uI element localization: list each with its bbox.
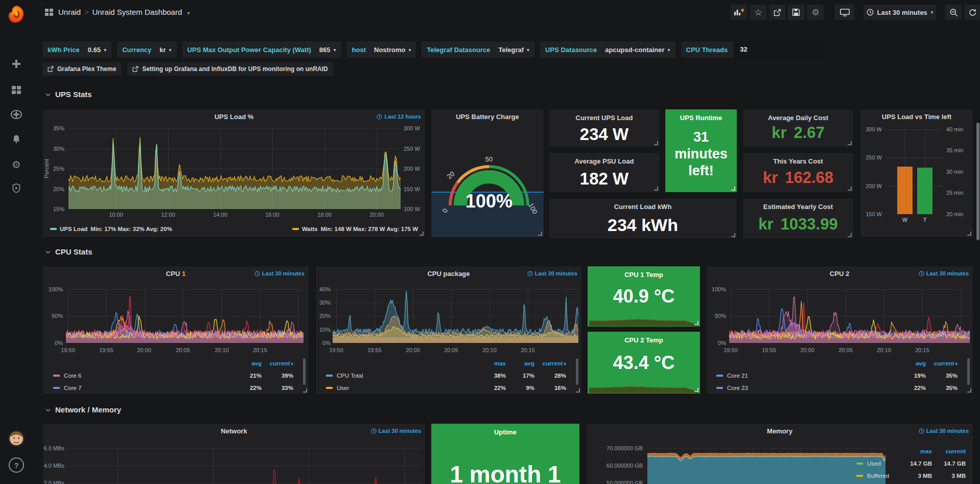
legend-col-avg[interactable]: avg <box>897 360 926 366</box>
panel-title[interactable]: UPS Load % <box>43 113 425 121</box>
stat-title[interactable]: Average Daily Cost <box>743 114 853 122</box>
cpu-threads-input[interactable]: 32 <box>734 41 828 58</box>
y-tick: 0% <box>55 340 63 346</box>
stat-title[interactable]: Current UPS Load <box>549 114 660 122</box>
variable-value[interactable]: Nostromo <box>372 46 407 54</box>
legend-col-current[interactable]: current▾ <box>534 360 566 366</box>
legend-col-current[interactable]: current▾ <box>262 360 293 366</box>
y-tick: 100% <box>49 286 63 292</box>
configuration-gear-icon[interactable]: ⚙ <box>12 158 21 171</box>
stat-title[interactable]: CPU 2 Temp <box>588 336 700 344</box>
caret-down-icon[interactable]: ▾ <box>103 47 109 53</box>
dashboards-icon[interactable] <box>11 85 21 97</box>
variable-value[interactable]: apcupsd-container <box>603 46 666 54</box>
link-ups-monitoring-guide[interactable]: Setting up Grafana and InfluxDB for UPS … <box>127 62 333 76</box>
legend-col-max[interactable]: max <box>899 448 932 454</box>
legend-series-name[interactable]: UPS Load <box>60 226 87 232</box>
link-grafana-plex-theme[interactable]: Grafana Plex Theme <box>42 62 121 76</box>
panel-time-range-link[interactable]: Last 30 minutes <box>527 270 577 276</box>
share-icon[interactable] <box>769 5 785 20</box>
variable-value[interactable]: kr <box>157 46 168 54</box>
panel-ups-load-vs-time-left: UPS Load vs Time left 300 W 250 W 200 W … <box>860 109 973 238</box>
bar-plot[interactable] <box>885 129 942 214</box>
explore-compass-icon[interactable] <box>11 109 22 122</box>
panel-time-range-link[interactable]: Last 30 minutes <box>254 270 305 276</box>
stat-title[interactable]: Average PSU Load <box>549 157 660 165</box>
legend-col-avg[interactable]: avg <box>233 360 262 366</box>
bar-watts[interactable] <box>897 167 913 214</box>
cpu2-chart <box>729 289 970 343</box>
stat-title[interactable]: UPS Runtime <box>665 114 737 122</box>
y2-tick: 200 W <box>404 166 420 172</box>
add-panel-button[interactable] <box>731 5 747 20</box>
variable-value[interactable]: Telegraf <box>496 46 526 54</box>
bar-time-left[interactable] <box>917 168 932 214</box>
tv-kiosk-icon[interactable] <box>835 5 854 20</box>
alerting-bell-icon[interactable] <box>11 134 21 146</box>
caret-down-icon[interactable]: ▾ <box>667 47 673 53</box>
create-plus-icon[interactable] <box>11 59 21 71</box>
breadcrumb-root[interactable]: Unraid <box>58 8 81 16</box>
caret-down-icon[interactable]: ▾ <box>407 47 414 53</box>
section-ups-stats[interactable]: UPS Stats <box>45 90 92 99</box>
clock-icon <box>527 271 533 276</box>
panel-time-range-link[interactable]: Last 12 hours <box>377 113 421 120</box>
legend-series[interactable]: Core 7 <box>53 385 233 391</box>
stat-title[interactable]: Current Load kWh <box>549 203 737 211</box>
time-range-picker[interactable]: Last 30 minutes ▾ <box>864 5 936 20</box>
legend-col-current[interactable]: current▾ <box>926 360 958 366</box>
legend-series[interactable]: Used <box>856 460 899 467</box>
settings-gear-icon[interactable]: ⚙ <box>807 5 824 20</box>
panel-time-range-link[interactable]: Last 30 minutes <box>919 270 969 276</box>
user-avatar[interactable] <box>8 430 25 449</box>
dashboard-caret-icon[interactable]: ▾ <box>184 10 190 16</box>
legend-scrollbar[interactable] <box>967 358 970 385</box>
section-cpu-stats[interactable]: CPU Stats <box>45 247 92 256</box>
gauge-value: 100% <box>465 191 512 212</box>
bar-label-t: T <box>923 217 927 223</box>
legend-col-avg[interactable]: avg <box>506 360 534 366</box>
legend-series[interactable]: Core 23 <box>716 385 897 391</box>
legend-swatch <box>326 375 333 377</box>
server-admin-shield-icon[interactable] <box>11 183 21 195</box>
legend-value: 35% <box>926 373 958 379</box>
legend-series[interactable]: User <box>326 385 474 391</box>
panel-time-range-link[interactable]: Last 30 minutes <box>371 428 421 434</box>
panel-cpu-1: CPU 1 Last 30 minutes 100% 50% 0% 19:50 … <box>42 266 309 395</box>
legend-col-max[interactable]: max <box>474 360 506 366</box>
apps-grid-icon[interactable] <box>45 8 53 18</box>
caret-down-icon[interactable]: ▾ <box>333 47 339 53</box>
panel-title[interactable]: Memory <box>587 427 973 435</box>
y2-tick: 100 W <box>404 206 420 212</box>
caret-down-icon[interactable]: ▾ <box>526 47 532 53</box>
star-icon[interactable]: ☆ <box>750 5 766 20</box>
refresh-icon[interactable] <box>965 5 980 20</box>
stat-title[interactable]: CPU 1 Temp <box>588 271 700 279</box>
section-network-memory[interactable]: Network / Memory <box>45 405 121 414</box>
grafana-logo-icon[interactable] <box>6 4 27 27</box>
legend-value: 22% <box>474 385 506 391</box>
save-icon[interactable] <box>788 5 804 20</box>
page-scrollbar[interactable] <box>976 123 979 240</box>
legend-series-name[interactable]: Watts <box>302 226 318 232</box>
caret-down-icon[interactable]: ▾ <box>168 47 175 53</box>
variable-value[interactable]: 0.65 <box>86 46 103 54</box>
legend-series[interactable]: CPU Total <box>326 373 474 379</box>
zoom-out-icon[interactable] <box>945 5 962 20</box>
help-icon[interactable]: ? <box>9 457 24 473</box>
panel-title[interactable]: UPS Load vs Time left <box>860 113 973 121</box>
page-title[interactable]: Unraid System Dashboard <box>92 8 182 16</box>
stat-title[interactable]: Estimated Yearly Cost <box>743 203 853 211</box>
legend-series[interactable]: Core 21 <box>716 373 897 379</box>
legend-col-current[interactable]: current <box>932 448 966 454</box>
legend-series[interactable]: Core 6 <box>53 373 233 379</box>
panel-title[interactable]: Network <box>43 427 425 435</box>
legend-series[interactable]: Buffered <box>856 473 899 479</box>
panel-time-range-link[interactable]: Last 30 minutes <box>919 428 969 434</box>
legend-scrollbar[interactable] <box>303 358 306 385</box>
stat-title[interactable]: Uptime <box>431 428 579 436</box>
panel-cpu-package: CPU package Last 30 minutes 40% 30% 20% … <box>315 266 582 395</box>
stat-title[interactable]: This Years Cost <box>743 157 853 165</box>
legend-scrollbar[interactable] <box>576 358 578 385</box>
variable-value[interactable]: 865 <box>317 46 333 54</box>
